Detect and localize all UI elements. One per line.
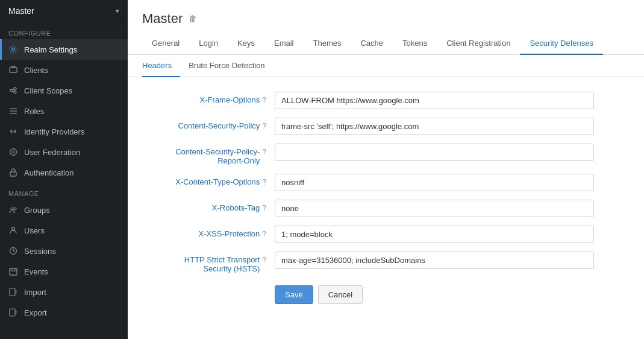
field-csp-report-only-label: Content-Security-Policy-Report-Only ?: [142, 144, 275, 165]
field-content-security-policy-label: Content-Security-Policy ?: [142, 118, 275, 130]
realm-name: Master: [8, 6, 34, 16]
tab-login[interactable]: Login: [189, 33, 228, 55]
tab-security-defenses[interactable]: Security Defenses: [520, 33, 603, 55]
sidebar-item-client-scopes[interactable]: Client Scopes: [0, 80, 128, 101]
import-icon: [8, 287, 18, 297]
sub-tab-bar: Headers Brute Force Detection: [128, 55, 644, 77]
cancel-button[interactable]: Cancel: [318, 285, 363, 304]
sidebar-item-identity-providers[interactable]: Identity Providers: [0, 121, 128, 142]
svg-point-16: [12, 151, 14, 153]
sidebar-item-identity-providers-label: Identity Providers: [24, 127, 84, 136]
user-icon: [8, 226, 18, 235]
x-content-type-options-input[interactable]: [275, 174, 594, 191]
tab-bar: General Login Keys Email Themes Cache To…: [128, 33, 644, 55]
x-robots-tag-input[interactable]: [275, 200, 594, 217]
field-x-robots-tag-row: X-Robots-Tag ?: [142, 200, 630, 217]
csp-report-only-input[interactable]: [275, 144, 594, 161]
field-x-frame-options-row: X-Frame-Options ?: [142, 92, 630, 109]
sub-tab-headers[interactable]: Headers: [142, 55, 180, 77]
sidebar-item-export-label: Export: [24, 308, 47, 317]
sidebar-item-user-federation-label: User Federation: [24, 148, 80, 157]
tab-client-registration[interactable]: Client Registration: [437, 33, 520, 55]
sidebar-item-client-scopes-label: Client Scopes: [24, 86, 72, 95]
sidebar: Master ▾ Configure Realm Settings Client…: [0, 0, 128, 339]
svg-point-18: [11, 208, 13, 210]
field-x-content-type-options-input-wrapper: [275, 174, 594, 191]
main-content: Master 🗑 General Login Keys Email Themes…: [128, 0, 644, 339]
svg-point-20: [12, 227, 15, 230]
tab-cache[interactable]: Cache: [351, 33, 393, 55]
sidebar-item-users[interactable]: Users: [0, 220, 128, 241]
page-title: Master: [142, 11, 183, 27]
tab-keys[interactable]: Keys: [228, 33, 264, 55]
trash-icon[interactable]: 🗑: [189, 14, 197, 24]
sidebar-item-sessions[interactable]: Sessions: [0, 241, 128, 261]
export-icon: [8, 308, 18, 317]
sidebar-item-export[interactable]: Export: [0, 302, 128, 323]
x-robots-tag-help-icon[interactable]: ?: [262, 204, 266, 212]
svg-rect-28: [10, 288, 15, 296]
x-xss-protection-input[interactable]: [275, 226, 594, 243]
sidebar-item-realm-settings-label: Realm Settings: [24, 45, 77, 54]
svg-point-0: [12, 48, 15, 51]
sub-tab-brute-force[interactable]: Brute Force Detection: [189, 55, 273, 77]
field-csp-report-only-row: Content-Security-Policy-Report-Only ?: [142, 144, 630, 165]
sidebar-item-clients[interactable]: Clients: [0, 60, 128, 80]
x-xss-protection-help-icon[interactable]: ?: [262, 230, 266, 238]
content-security-policy-input[interactable]: [275, 118, 594, 135]
field-x-robots-tag-input-wrapper: [275, 200, 594, 217]
sidebar-item-authentication[interactable]: Authentication: [0, 162, 128, 183]
sidebar-item-clients-label: Clients: [24, 66, 48, 75]
tab-email[interactable]: Email: [264, 33, 304, 55]
hsts-input[interactable]: [275, 252, 594, 269]
svg-point-19: [14, 208, 16, 210]
content-security-policy-help-icon[interactable]: ?: [262, 122, 266, 130]
field-x-frame-options-input-wrapper: [275, 92, 594, 109]
groups-icon: [8, 205, 18, 215]
save-button[interactable]: Save: [275, 285, 313, 304]
field-x-xss-protection-input-wrapper: [275, 226, 594, 243]
tab-general[interactable]: General: [142, 33, 189, 55]
sidebar-item-users-label: Users: [24, 226, 45, 235]
tab-themes[interactable]: Themes: [303, 33, 351, 55]
field-hsts-label: HTTP Strict TransportSecurity (HSTS) ?: [142, 252, 275, 273]
sidebar-item-user-federation[interactable]: User Federation: [0, 142, 128, 162]
lock-icon: [8, 168, 18, 177]
events-icon: [8, 267, 18, 276]
svg-point-4: [14, 91, 16, 93]
field-content-security-policy-row: Content-Security-Policy ?: [142, 118, 630, 135]
csp-report-only-help-icon[interactable]: ?: [262, 148, 266, 156]
field-x-content-type-options-row: X-Content-Type-Options ?: [142, 174, 630, 191]
x-frame-options-input[interactable]: [275, 92, 594, 109]
sidebar-item-groups[interactable]: Groups: [0, 200, 128, 220]
field-x-xss-protection-row: X-XSS-Protection ?: [142, 226, 630, 243]
page-header: Master 🗑: [128, 0, 644, 27]
roles-icon: [8, 106, 18, 116]
hsts-help-icon[interactable]: ?: [262, 256, 266, 264]
sidebar-item-roles[interactable]: Roles: [0, 101, 128, 121]
configure-section-label: Configure: [0, 22, 128, 39]
sidebar-item-import[interactable]: Import: [0, 282, 128, 302]
field-x-content-type-options-label: X-Content-Type-Options ?: [142, 174, 275, 186]
form-area: X-Frame-Options ? Content-Security-Polic…: [128, 77, 644, 339]
realm-selector[interactable]: Master ▾: [0, 0, 128, 22]
field-x-robots-tag-label: X-Robots-Tag ?: [142, 200, 275, 212]
field-csp-report-only-input-wrapper: [275, 144, 594, 161]
tab-tokens[interactable]: Tokens: [393, 33, 437, 55]
field-hsts-input-wrapper: [275, 252, 594, 269]
svg-point-3: [14, 87, 16, 90]
clients-icon: [8, 65, 18, 75]
sidebar-item-import-label: Import: [24, 288, 46, 297]
svg-line-5: [13, 89, 14, 90]
sidebar-item-groups-label: Groups: [24, 206, 50, 215]
x-frame-options-help-icon[interactable]: ?: [262, 96, 266, 104]
svg-rect-31: [10, 309, 15, 316]
svg-point-2: [10, 89, 13, 92]
x-content-type-options-help-icon[interactable]: ?: [262, 178, 266, 186]
form-buttons: Save Cancel: [142, 285, 630, 304]
svg-rect-24: [10, 268, 17, 275]
sidebar-item-realm-settings[interactable]: Realm Settings: [0, 39, 128, 60]
svg-line-6: [13, 91, 14, 92]
sidebar-item-authentication-label: Authentication: [24, 168, 73, 177]
sidebar-item-events[interactable]: Events: [0, 261, 128, 282]
